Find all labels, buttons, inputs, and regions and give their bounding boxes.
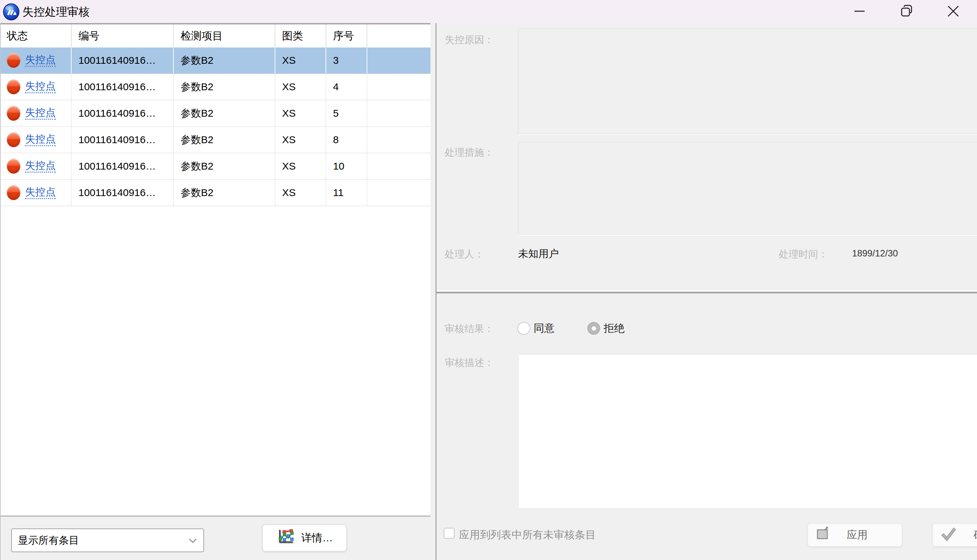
status-cell: 失控点: [0, 47, 72, 73]
out-of-control-link[interactable]: 失控点: [25, 133, 56, 146]
id-cell: 100116140916…: [72, 180, 174, 205]
column-header-seq[interactable]: 序号: [326, 24, 367, 47]
restore-icon: [899, 4, 914, 19]
time-value: 1899/12/30: [852, 248, 898, 259]
reason-textarea: [518, 28, 977, 134]
column-header-id[interactable]: 编号: [72, 24, 174, 47]
blank-cell: [367, 74, 430, 100]
reason-label: 失控原因：: [445, 33, 494, 47]
measure-label: 处理措施：: [445, 146, 494, 159]
out-of-control-icon: [7, 132, 20, 147]
window-title: 失控处理审核: [22, 4, 90, 20]
out-of-control-icon: [7, 159, 20, 174]
time-label: 处理时间：: [779, 248, 828, 261]
out-of-control-link[interactable]: 失控点: [25, 54, 56, 67]
seq-cell: 8: [326, 127, 367, 153]
blank-cell: [367, 180, 430, 205]
out-of-control-link[interactable]: 失控点: [25, 107, 56, 120]
app-window: 失控处理审核 状态编号检测项目图类序号 失控点100116140916…参数B2…: [0, 0, 977, 560]
item-cell: 参数B2: [174, 180, 275, 205]
item-cell: 参数B2: [174, 47, 275, 73]
column-header-status[interactable]: 状态: [0, 24, 72, 47]
minimize-button[interactable]: [847, 1, 872, 22]
review-result-radio-group: 同意拒绝: [517, 321, 657, 336]
apply-all-checkbox[interactable]: [444, 528, 455, 538]
status-cell: 失控点: [0, 100, 72, 126]
table-row[interactable]: 失控点100116140916…参数B2XS10: [0, 153, 430, 180]
radio-option-label: 同意: [534, 321, 555, 335]
out-of-control-icon: [7, 106, 20, 121]
out-of-control-icon: [7, 185, 20, 200]
table-body: 失控点100116140916…参数B2XS3失控点100116140916…参…: [0, 47, 430, 206]
table-row[interactable]: 失控点100116140916…参数B2XS11: [0, 180, 430, 206]
chart-cell: XS: [275, 127, 326, 153]
description-label: 审核描述：: [445, 356, 494, 370]
restore-button[interactable]: [893, 1, 919, 22]
close-icon: [946, 4, 961, 19]
radio-unselected-icon[interactable]: [517, 322, 530, 335]
out-of-control-icon: [7, 53, 20, 68]
seq-cell: 3: [326, 47, 367, 73]
column-header-item[interactable]: 检测项目: [174, 24, 275, 47]
table-row[interactable]: 失控点100116140916…参数B2XS3: [0, 47, 430, 74]
handler-label: 处理人：: [445, 248, 484, 261]
id-cell: 100116140916…: [72, 127, 174, 153]
apply-button-label: 应用: [847, 528, 868, 542]
chart-icon: [276, 527, 295, 549]
id-cell: 100116140916…: [72, 47, 174, 73]
chevron-down-icon: [188, 535, 197, 546]
description-textarea[interactable]: [518, 354, 977, 509]
blank-cell: [367, 153, 430, 179]
checkmark-icon: [940, 525, 957, 544]
handler-value: 未知用户: [518, 247, 559, 261]
table-row[interactable]: 失控点100116140916…参数B2XS4: [0, 74, 430, 100]
chart-cell: XS: [275, 180, 326, 205]
chart-cell: XS: [275, 153, 326, 179]
seq-cell: 5: [326, 100, 367, 126]
result-label: 审核结果：: [445, 322, 494, 336]
radio-option-拒绝[interactable]: 拒绝: [587, 321, 625, 335]
titlebar: 失控处理审核: [0, 0, 977, 23]
confirm-button[interactable]: 确: [932, 523, 977, 547]
section-separator: [437, 292, 977, 293]
blank-cell: [367, 127, 430, 153]
filter-dropdown[interactable]: 显示所有条目: [11, 528, 204, 552]
outofcontrol-table: 状态编号检测项目图类序号 失控点100116140916…参数B2XS3失控点1…: [0, 24, 430, 515]
out-of-control-link[interactable]: 失控点: [25, 80, 56, 93]
measure-textarea: [518, 142, 977, 235]
radio-selected-icon[interactable]: [587, 322, 600, 335]
details-button-label: 详情…: [301, 531, 333, 545]
id-cell: 100116140916…: [72, 153, 174, 179]
item-cell: 参数B2: [174, 100, 275, 126]
apply-all-label: 应用到列表中所有未审核条目: [459, 528, 596, 542]
seq-cell: 4: [326, 74, 367, 100]
id-cell: 100116140916…: [72, 74, 174, 100]
clipboard-icon: [815, 526, 829, 544]
out-of-control-link[interactable]: 失控点: [25, 186, 56, 199]
chart-cell: XS: [275, 74, 326, 100]
status-cell: 失控点: [0, 74, 72, 100]
column-header-blank[interactable]: [367, 24, 430, 47]
item-cell: 参数B2: [174, 127, 275, 153]
chart-cell: XS: [275, 100, 326, 126]
radio-option-同意[interactable]: 同意: [517, 321, 555, 335]
status-cell: 失控点: [0, 180, 72, 205]
column-header-chart[interactable]: 图类: [275, 24, 326, 47]
chart-cell: XS: [275, 47, 326, 73]
table-row[interactable]: 失控点100116140916…参数B2XS8: [0, 127, 430, 153]
id-cell: 100116140916…: [72, 100, 174, 126]
out-of-control-link[interactable]: 失控点: [25, 160, 56, 173]
status-cell: 失控点: [0, 127, 72, 153]
out-of-control-icon: [7, 79, 20, 94]
details-button[interactable]: 详情…: [262, 524, 347, 552]
apply-button[interactable]: 应用: [807, 523, 902, 547]
table-row[interactable]: 失控点100116140916…参数B2XS5: [0, 100, 430, 127]
blank-cell: [367, 100, 430, 126]
seq-cell: 11: [326, 180, 367, 205]
app-logo-icon: [3, 3, 20, 21]
close-button[interactable]: [940, 1, 966, 22]
minimize-icon: [852, 4, 867, 19]
confirm-button-label: 确: [974, 528, 977, 542]
filter-dropdown-value: 显示所有条目: [18, 533, 79, 547]
seq-cell: 10: [326, 153, 367, 179]
